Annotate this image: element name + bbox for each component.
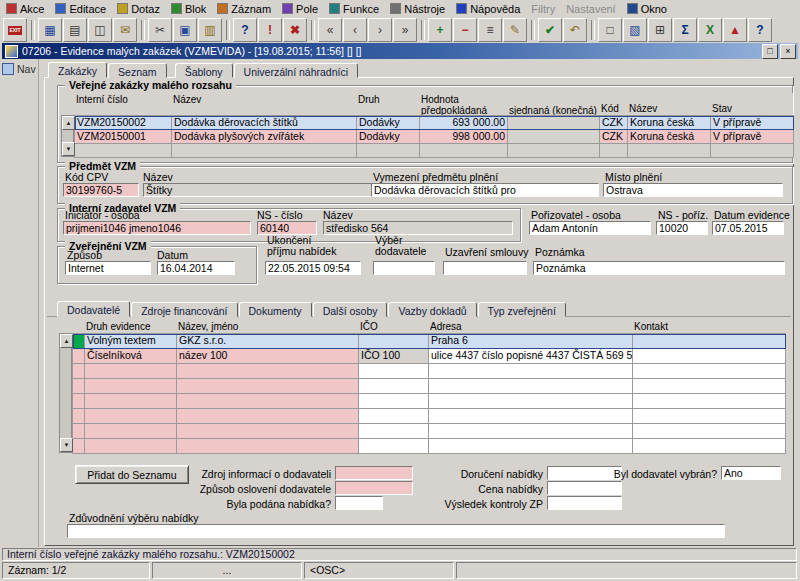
cell-predpokladana[interactable]: 693 000.00 [420,116,508,130]
menu-okno[interactable]: Okno [623,2,674,16]
cell-adresa[interactable]: Praha 6 [429,334,633,349]
cell-stav[interactable]: V přípravě [711,116,794,130]
cell-empty[interactable] [633,424,786,439]
cell-kontakt[interactable] [633,349,786,364]
enter-query-icon[interactable]: ? [233,18,257,42]
cell-empty[interactable] [359,409,429,424]
tab-zdroje-financovani[interactable]: Zdroje financování [131,302,237,317]
cell-empty[interactable] [177,439,359,454]
cell-nazev-jmeno[interactable]: GKZ s.r.o. [177,334,359,349]
cell-nazev-jmeno[interactable]: název 100 [177,349,359,364]
cell-empty[interactable] [177,424,359,439]
cell-druh-evidence[interactable]: Volným textem [85,334,177,349]
porizovatel-field[interactable]: Adam Antonín [529,221,651,235]
cell-interni-cislo[interactable]: VZM20150001 [75,130,172,144]
tab-zakazky[interactable]: Zakázky [48,62,107,78]
cell-empty[interactable] [172,144,357,158]
commit-icon[interactable]: ✔ [538,18,562,42]
ns-cislo-field[interactable]: 60140 [257,221,317,235]
tab-dalsi-osoby[interactable]: Další osoby [313,302,388,317]
byla-podana-field[interactable] [335,496,383,510]
cell-kod[interactable]: CZK [600,116,628,130]
zadavatel-nazev-field[interactable]: středisko 564 [323,221,513,235]
cell-druh-evidence[interactable]: Číselníková [85,349,177,364]
cell-interni-cislo[interactable]: VZM20150002 [75,116,172,130]
cell-empty[interactable] [177,379,359,394]
cell-empty[interactable] [85,439,177,454]
cell-empty[interactable] [85,364,177,379]
vyber-dodavatele-field[interactable] [373,261,435,275]
cell-kontakt[interactable] [633,334,786,349]
cell-empty[interactable] [177,394,359,409]
menu-editace[interactable]: Editace [51,2,113,16]
previous-record-icon[interactable]: ‹ [343,18,367,42]
menu-dotaz[interactable]: Dotaz [113,2,167,16]
duplicate-record-icon[interactable]: ≡ [478,18,502,42]
menu-zaznam[interactable]: Záznam [213,2,278,16]
print-icon[interactable]: ▤ [63,18,87,42]
tab-vazby-dokladu[interactable]: Vazby dokladů [388,302,476,317]
cell-druh[interactable]: Dodávky [357,116,420,130]
cell-empty[interactable] [633,439,786,454]
cut-icon[interactable]: ✂ [148,18,172,42]
cell-druh[interactable]: Dodávky [357,130,420,144]
tab-dodavatele[interactable]: Dodavatelé [57,301,130,317]
cell-empty[interactable] [633,379,786,394]
byl-vybran-field[interactable]: Ano [721,466,781,480]
cell-empty[interactable] [429,394,633,409]
close-window-button[interactable]: × [780,44,796,59]
cell-nazev[interactable]: Dodávka plyšových zvířátek [172,130,357,144]
cell-empty[interactable] [633,394,786,409]
vymezeni-field[interactable]: Dodávka děrovacích štítků pro [371,183,599,197]
cell-empty[interactable] [75,144,172,158]
cell-empty[interactable] [429,424,633,439]
rollback-icon[interactable]: ↶ [563,18,587,42]
cell-empty[interactable] [429,409,633,424]
add-to-list-button[interactable]: Přidat do Seznamu [75,465,189,484]
window-list-icon[interactable]: □ [598,18,622,42]
cell-adresa[interactable]: ulice 4437 číslo popisné 4437 ČISTÁ 569 … [429,349,633,364]
predmet-nazev-field[interactable]: Štítky [143,183,379,197]
cell-empty[interactable] [85,394,177,409]
tab-univerzalni-nahradnici[interactable]: Univerzální náhradníci [234,63,358,78]
menu-filtry[interactable]: Filtry [527,2,562,16]
print-preview-icon[interactable]: ◫ [88,18,112,42]
cell-kod[interactable]: CZK [600,130,628,144]
cell-empty[interactable] [177,364,359,379]
menu-nastaveni[interactable]: Nastavení [562,2,623,16]
scroll-down-icon[interactable]: ▼ [60,438,73,452]
menu-napoveda[interactable]: Nápověda [452,2,527,16]
cena-nabidky-field[interactable] [547,481,622,495]
paste-icon[interactable]: ▥ [198,18,222,42]
cancel-query-icon[interactable]: ✖ [283,18,307,42]
cell-sjednana[interactable] [508,130,600,144]
misto-plneni-field[interactable]: Ostrava [603,183,783,197]
nav-toggle[interactable]: Nav [0,59,38,79]
help-icon[interactable]: ? [748,18,772,42]
calculator-icon[interactable]: ⊞ [648,18,672,42]
iniciator-field[interactable]: prijmeni1046 jmeno1046 [63,221,251,235]
cell-empty[interactable] [359,394,429,409]
cell-empty[interactable] [508,144,600,158]
tab-dokumenty[interactable]: Dokumenty [239,302,312,317]
cell-empty[interactable] [420,144,508,158]
cell-empty[interactable] [85,379,177,394]
ns-poriz-field[interactable]: 10020 [656,221,708,235]
zduvodneni-field[interactable] [67,524,725,538]
cell-ico[interactable]: IČO 100 [359,349,429,364]
mail-icon[interactable]: ✉ [113,18,137,42]
restore-window-button[interactable]: □ [762,44,778,59]
edit-icon[interactable]: ✎ [503,18,527,42]
cell-empty[interactable] [628,144,711,158]
cell-empty[interactable] [359,424,429,439]
cell-empty[interactable] [711,144,794,158]
cell-empty[interactable] [359,364,429,379]
export-excel-icon[interactable]: X [698,18,722,42]
save-icon[interactable]: ▦ [38,18,62,42]
calendar-icon[interactable]: ▧ [623,18,647,42]
zpusob-field[interactable]: Internet [65,261,151,275]
tab-seznam[interactable]: Seznam [108,63,167,78]
menu-akce[interactable]: Akce [2,2,51,16]
cell-mena[interactable]: Koruna česká [628,130,711,144]
cell-empty[interactable] [429,364,633,379]
